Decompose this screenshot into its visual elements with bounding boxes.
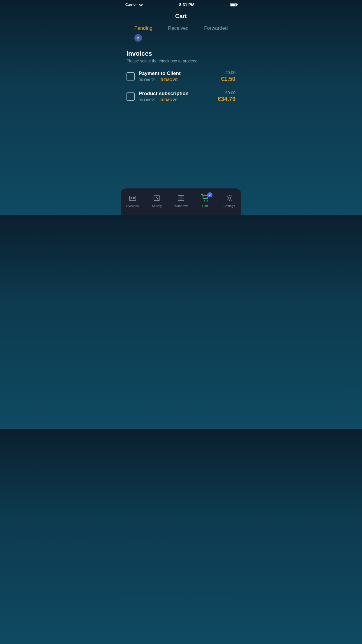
svg-rect-2 — [131, 197, 132, 199]
cart-label: Cart — [202, 204, 208, 208]
svg-point-8 — [180, 198, 181, 199]
battery-icon — [230, 3, 237, 6]
page-title: Cart — [121, 8, 241, 25]
cart-badge: 2 — [207, 192, 212, 197]
invoices-subtitle: Please select the check box to proceed — [126, 59, 236, 63]
tabs-container: Pending 2 Received Forwarded — [121, 25, 241, 42]
overview-icon — [128, 194, 137, 202]
invoice-1-details: Payment to Client 06 Oct '21 REMOVE — [139, 71, 217, 82]
settings-label: Settings — [224, 204, 235, 208]
svg-rect-1 — [129, 196, 136, 201]
tab-pending-label: Pending — [134, 25, 152, 32]
invoices-title: Invoices — [126, 50, 236, 57]
invoice-2-meta: 06 Oct '21 REMOVE — [139, 98, 214, 102]
invoice-1-date: 06 Oct '21 — [139, 78, 156, 82]
status-left: Carrier — [125, 3, 143, 7]
overview-label: Overview — [126, 204, 139, 208]
invoice-1-checkbox[interactable] — [126, 72, 135, 80]
svg-point-10 — [207, 200, 208, 202]
invoice-1-original-price: €0.00 — [221, 70, 236, 75]
invoice-2-name: Product subscription — [139, 91, 214, 97]
tab-received[interactable]: Received — [168, 25, 189, 42]
nav-item-withdraw[interactable]: Withdraw — [169, 194, 193, 208]
svg-point-0 — [140, 6, 141, 7]
bottom-nav: Overview Activity Withdraw — [121, 188, 241, 215]
activity-icon — [152, 194, 161, 202]
invoices-section: Invoices Please select the check box to … — [121, 44, 241, 102]
nav-item-overview[interactable]: Overview — [121, 194, 145, 208]
wifi-icon — [138, 3, 143, 6]
invoice-1-meta: 06 Oct '21 REMOVE — [139, 78, 217, 82]
status-bar: Carrier 8:31 PM — [121, 0, 241, 8]
nav-item-settings[interactable]: Settings — [217, 194, 241, 208]
invoice-2-date: 06 Oct '21 — [139, 98, 156, 102]
invoice-1-name: Payment to Client — [139, 71, 217, 76]
cart-icon-wrapper: 2 — [201, 194, 210, 202]
invoice-2-checkbox[interactable] — [126, 92, 135, 101]
invoice-2-details: Product subscription 06 Oct '21 REMOVE — [139, 91, 214, 102]
invoice-2-amounts: €0.00 €34.79 — [218, 90, 236, 102]
invoice-1-price: €1.50 — [221, 76, 236, 82]
invoice-1-amounts: €0.00 €1.50 — [221, 70, 236, 82]
activity-label: Activity — [152, 204, 162, 208]
withdraw-label: Withdraw — [174, 204, 188, 208]
invoice-2-price: €34.79 — [218, 96, 236, 102]
svg-point-11 — [228, 197, 231, 199]
tab-pending[interactable]: Pending 2 — [134, 25, 152, 42]
pending-badge: 2 — [134, 34, 142, 42]
nav-item-cart[interactable]: 2 Cart — [193, 194, 217, 208]
tab-forwarded[interactable]: Forwarded — [204, 25, 228, 42]
svg-point-9 — [204, 200, 205, 202]
invoice-2-remove[interactable]: REMOVE — [161, 98, 178, 102]
invoice-item-2: Product subscription 06 Oct '21 REMOVE €… — [126, 90, 236, 102]
status-time: 8:31 PM — [179, 2, 194, 7]
invoice-2-original-price: €0.00 — [218, 90, 236, 95]
nav-item-activity[interactable]: Activity — [145, 194, 169, 208]
carrier-text: Carrier — [125, 3, 137, 7]
withdraw-icon — [177, 194, 185, 202]
status-right — [230, 3, 237, 6]
invoice-item-1: Payment to Client 06 Oct '21 REMOVE €0.0… — [126, 70, 236, 82]
invoice-1-remove[interactable]: REMOVE — [161, 78, 178, 82]
svg-rect-4 — [133, 198, 135, 199]
svg-rect-3 — [133, 197, 135, 198]
settings-icon — [225, 194, 234, 202]
